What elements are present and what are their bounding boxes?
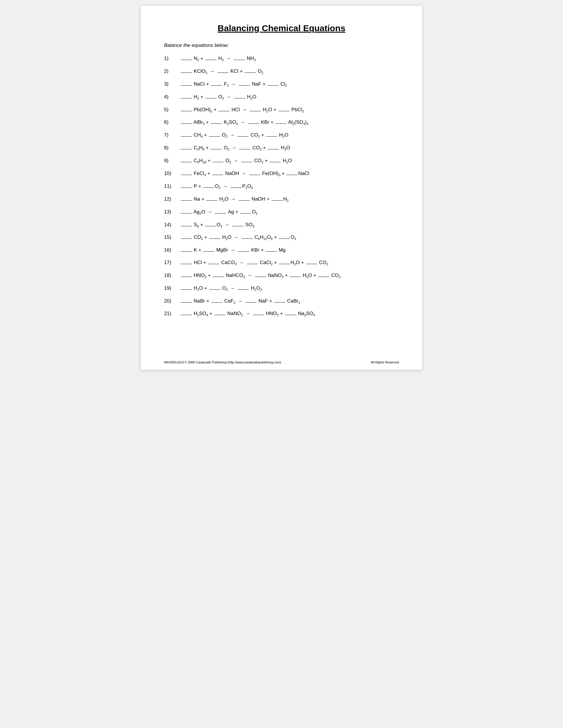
blank — [211, 302, 222, 303]
eq-number-9: 9) — [164, 158, 180, 164]
equation-6: 6) AlBr3 + K2SO4 → KBr + Al2(SO4)3 — [164, 119, 399, 126]
page-title: Balancing Chemical Equations — [164, 23, 399, 33]
eq-content-10: FeCl3 + NaOH → Fe(OH)3 + NaCl — [180, 170, 309, 178]
blank — [181, 149, 192, 149]
eq-number-8: 8) — [164, 145, 180, 151]
blank — [181, 200, 192, 201]
blank — [181, 162, 192, 162]
blank — [250, 111, 261, 111]
blank — [181, 289, 192, 290]
worksheet-page: Balancing Chemical Equations Balance the… — [141, 6, 422, 370]
eq-content-8: C3H8 + O2 → CO2 + H2O — [180, 144, 290, 152]
footer: WKS001x019 © 2000 Cavalcade Publishing (… — [164, 361, 399, 364]
blank — [269, 162, 280, 162]
blank — [212, 175, 223, 175]
blank — [181, 60, 192, 60]
blank — [239, 85, 250, 86]
eq-number-7: 7) — [164, 132, 180, 138]
blank — [266, 136, 277, 137]
blank — [209, 289, 220, 290]
eq-number-21: 21) — [164, 311, 180, 317]
equation-20: 20) NaBr + CaF2 → NaF + CaBr2 — [164, 297, 399, 305]
blank — [209, 136, 220, 137]
blank — [287, 175, 298, 175]
eq-content-16: K + MgBr → KBr + Mg — [180, 246, 286, 254]
equation-13: 13) Ag2O → Ag + O2 — [164, 208, 399, 216]
blank — [211, 123, 222, 124]
blank — [274, 302, 285, 303]
equation-8: 8) C3H8 + O2 → CO2 + H2O — [164, 144, 399, 152]
blank — [271, 200, 283, 201]
blank — [275, 123, 287, 124]
blank — [205, 60, 216, 60]
eq-content-4: H2 + O2 → H2O — [180, 93, 256, 101]
eq-content-5: Pb(OH)2 + HCl → H2O + PbCl2 — [180, 106, 304, 114]
eq-content-20: NaBr + CaF2 → NaF + CaBr2 — [180, 297, 300, 305]
eq-content-12: Na + H2O → NaOH + H2 — [180, 195, 289, 203]
eq-number-18: 18) — [164, 273, 180, 278]
equation-14: 14) S8 + O2 → SO3 — [164, 221, 399, 229]
subtitle: Balance the equations below: — [164, 43, 399, 48]
blank — [181, 136, 192, 137]
equation-2: 2) KClO3 → KCl + O2 — [164, 68, 399, 75]
blank — [218, 111, 229, 111]
eq-content-18: HNO3 + NaHCO3 → NaNO3 + H2O + CO2 — [180, 272, 340, 280]
blank — [249, 175, 260, 175]
eq-content-3: NaCl + F2 → NaF + Cl2 — [180, 80, 287, 88]
blank — [267, 85, 278, 86]
eq-number-19: 19) — [164, 285, 180, 291]
blank — [209, 238, 220, 239]
eq-number-5: 5) — [164, 107, 180, 113]
blank — [181, 302, 192, 303]
eq-content-14: S8 + O2 → SO3 — [180, 221, 254, 229]
blank — [181, 213, 192, 213]
eq-content-7: CH4 + O2 → CO2 + H2O — [180, 131, 288, 139]
blank — [181, 264, 192, 264]
eq-number-4: 4) — [164, 94, 180, 100]
blank — [268, 149, 279, 149]
footer-right: All Rights Reserved — [371, 361, 399, 364]
equation-9: 9) C8H18 + O2 → CO2 + H2O — [164, 157, 399, 165]
eq-number-13: 13) — [164, 209, 180, 215]
blank — [318, 277, 329, 277]
footer-left: WKS001x019 © 2000 Cavalcade Publishing (… — [164, 361, 281, 364]
blank — [181, 175, 192, 175]
blank — [279, 238, 290, 239]
blank — [239, 149, 250, 149]
eq-content-13: Ag2O → Ag + O2 — [180, 208, 257, 216]
eq-number-15: 15) — [164, 234, 180, 240]
equation-16: 16) K + MgBr → KBr + Mg — [164, 246, 399, 254]
eq-content-9: C8H18 + O2 → CO2 + H2O — [180, 157, 292, 165]
blank — [211, 85, 222, 86]
eq-content-21: H2SO4 + NaNO2 → HNO2 + Na2SO4 — [180, 310, 315, 318]
eq-number-14: 14) — [164, 222, 180, 228]
eq-number-20: 20) — [164, 298, 180, 304]
blank — [238, 251, 249, 252]
eq-number-6: 6) — [164, 119, 180, 125]
equation-18: 18) HNO3 + NaHCO3 → NaNO3 + H2O + CO2 — [164, 272, 399, 280]
eq-number-12: 12) — [164, 196, 180, 202]
blank — [181, 111, 192, 111]
blank — [213, 277, 224, 277]
eq-content-2: KClO3 → KCl + O2 — [180, 68, 263, 75]
equation-5: 5) Pb(OH)2 + HCl → H2O + PbCl2 — [164, 106, 399, 114]
blank — [253, 315, 264, 315]
equation-17: 17) HCl + CaCO3 → CaCl2 + H2O + CO2 — [164, 259, 399, 267]
equation-11: 11) P + O2 → P2O5 — [164, 183, 399, 190]
blank — [206, 200, 217, 201]
equation-12: 12) Na + H2O → NaOH + H2 — [164, 195, 399, 203]
blank — [255, 277, 266, 277]
eq-number-2: 2) — [164, 68, 180, 74]
blank — [240, 213, 251, 213]
blank — [181, 123, 192, 124]
blank — [234, 98, 245, 98]
eq-number-16: 16) — [164, 247, 180, 253]
blank — [181, 85, 192, 86]
blank — [278, 111, 290, 111]
blank — [290, 277, 301, 277]
equation-7: 7) CH4 + O2 → CO2 + H2O — [164, 131, 399, 139]
blank — [241, 238, 253, 239]
blank — [205, 98, 216, 98]
equation-19: 19) H2O + O2 → H2O2 — [164, 285, 399, 292]
blank — [266, 251, 277, 252]
